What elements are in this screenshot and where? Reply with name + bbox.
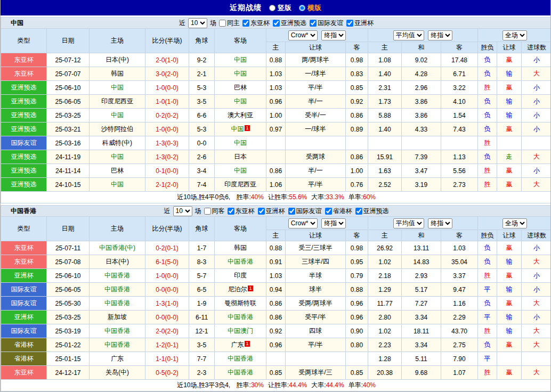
same-venue-filter[interactable]: 同主 [219,19,240,28]
section-title: 中国香港 [11,207,36,216]
asian-odds-company-select[interactable]: Crow* [288,218,318,228]
section-title: 中国 [11,19,23,28]
team-name: 巴林 [111,167,124,174]
home-team-cell: 关岛(中) [90,366,145,380]
euro-odds-time-select[interactable]: 终指 [428,218,452,228]
score-cell: 3-0(2-0) [145,67,189,81]
score-cell: 1-3(0-3) [145,136,189,150]
goals-cell [522,352,551,366]
competition-checkbox[interactable] [355,208,362,215]
match-row: 亚洲预选25-06-05印度尼西亚1-0(1-0)3-5中国0.96半/一0.9… [1,95,551,109]
team-name: 中国 [234,56,247,63]
competition-label: 亚洲预选 [281,19,306,28]
goals-cell: 小 [522,123,551,136]
home-team-cell: 中国香港 [90,283,145,297]
competition-filter[interactable]: 国际友谊 [310,19,343,28]
handicap-cell: 受两球半/三 [286,366,346,380]
competition-filter[interactable]: 国际友谊 [288,207,322,216]
date-cell: 25-07-07 [47,67,90,81]
date-cell: 25-07-08 [47,255,90,269]
competition-filter[interactable]: 亚洲预选 [273,19,306,28]
competition-checkbox[interactable] [310,20,317,27]
date-cell: 25-03-25 [47,311,90,324]
scope-select[interactable]: 全场 [503,30,527,40]
result-cell: 平 [478,283,497,297]
goals-cell: 小 [522,283,551,297]
asian-odds-time-select[interactable]: 终指 [321,30,346,40]
same-venue-filter[interactable]: 同客 [204,207,225,216]
page-title: 近期战绩 [230,3,262,13]
col-goals: 进球数 [522,230,551,241]
euro-home-odds-cell: 1.02 [368,324,402,338]
home-team-cell: 中国 [90,81,145,95]
euro-home-odds-cell: 20.38 [368,366,402,380]
competition-checkbox[interactable] [273,20,280,27]
vertical-layout-radio[interactable] [269,5,276,11]
euro-odds-time-select[interactable]: 终指 [428,30,452,40]
competition-filter[interactable]: 亚洲杯 [258,207,285,216]
corner-cell: 2-1 [189,67,215,81]
competition-filter[interactable]: 亚洲预选 [355,207,389,216]
asian-away-odds-cell: 0.95 [346,255,368,269]
results-tbody: 东亚杯25-07-12日本(中)2-0(1-0)9-2中国0.88两/两球半0.… [1,53,551,192]
vertical-layout-label: 竖版 [278,3,291,13]
competition-filter[interactable]: 亚洲杯 [346,19,374,28]
competition-label: 国际友谊 [296,207,322,216]
match-count-select[interactable]: 10 [188,18,207,28]
competition-checkbox[interactable] [288,208,295,215]
result-cell: 平 [478,311,497,324]
handicap-cell: 半/一 [286,95,346,109]
match-count-select[interactable]: 10 [173,206,192,216]
goals-cell: 小 [522,109,551,123]
away-team-cell: 中国香港 [215,255,266,269]
competition-filter[interactable]: 省港杯 [325,207,352,216]
match-row: 亚洲预选24-11-19中国1-3(0-2)2-6日本受两球0.8615.917… [1,150,551,164]
team-name: 巴林 [234,84,247,91]
handicap-result-cell: 赢 [497,269,522,283]
date-cell: 25-03-21 [47,123,90,136]
euro-home-odds-cell: 1.02 [368,255,402,269]
asian-odds-time-select[interactable]: 终指 [321,218,346,228]
euro-odds-company-select[interactable]: 平均值 [393,218,424,228]
euro-odds-company-select[interactable]: 平均值 [393,30,424,40]
date-cell: 25-06-10 [47,81,90,95]
asian-away-odds-cell: 0.76 [346,178,368,192]
competition-checkbox[interactable] [242,20,249,27]
team-name: 中国 [234,167,247,174]
layout-vertical-option[interactable]: 竖版 [269,3,291,13]
euro-away-odds-cell: 17.48 [441,53,478,67]
col-away: 客场 [215,29,266,53]
euro-away-odds-cell: 2.29 [441,311,478,324]
col-home: 主场 [90,217,145,241]
horizontal-layout-radio[interactable] [299,5,305,11]
same-venue-checkbox[interactable] [219,20,226,27]
summary-stat-label: 单率: [349,193,363,201]
same-venue-checkbox[interactable] [204,208,211,215]
euro-home-odds-cell [368,136,402,150]
team-name: 中国 [231,125,244,133]
type-badge-cell: 亚洲预选 [1,164,47,178]
euro-home-odds-cell: 26.92 [368,241,402,255]
asian-home-odds-cell: 1.03 [266,81,286,95]
asian-away-odds-cell [346,136,368,150]
asian-odds-company-select[interactable]: Crow* [288,30,318,40]
col-type: 类型 [1,29,47,53]
result-cell: 负 [478,338,497,352]
euro-home-odds-cell: 1.73 [368,95,402,109]
competition-checkbox[interactable] [325,208,332,215]
competition-checkbox[interactable] [258,208,265,215]
team-name: 关岛(中) [106,369,129,376]
competition-checkbox[interactable] [346,20,353,27]
layout-horizontal-option[interactable]: 横版 [299,3,321,13]
match-row: 省港杯25-01-22中国香港1-2(0-1)3-5广东10.96平/半0.80… [1,338,551,352]
competition-filter[interactable]: 东亚杯 [242,19,270,28]
col-euro-draw: 和 [402,230,441,241]
competition-checkbox[interactable] [228,208,234,215]
home-team-cell: 科威特(中) [90,136,145,150]
asian-home-odds-cell: 1.06 [266,178,286,192]
team-name: 中国香港 [228,258,253,265]
competition-filter[interactable]: 东亚杯 [228,207,255,216]
result-cell: 负 [478,109,497,123]
scope-select[interactable]: 全场 [503,218,527,228]
asian-home-odds-cell: 0.88 [266,241,286,255]
